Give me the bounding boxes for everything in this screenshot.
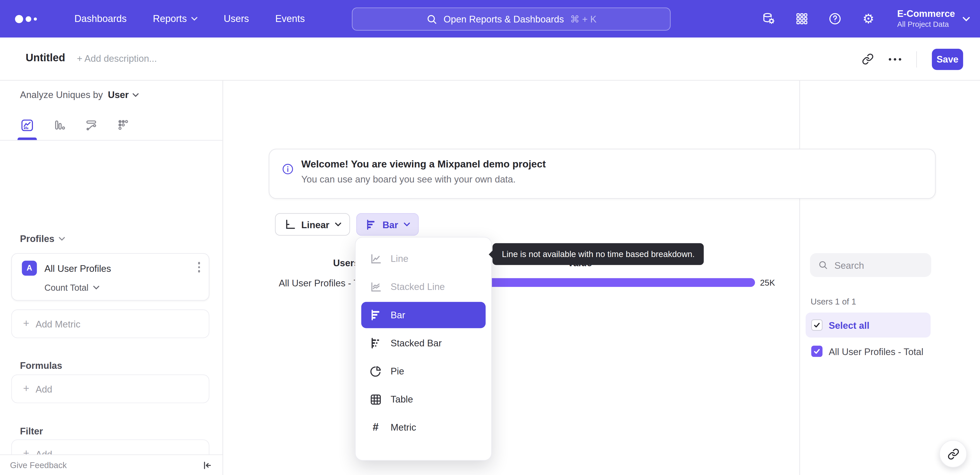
- chart-type-dropdown-button[interactable]: Bar: [356, 213, 419, 236]
- legend-panel: Search Users 1 of 1 Select all All User …: [799, 81, 980, 475]
- analyze-entity-value: User: [108, 89, 129, 100]
- give-feedback-link[interactable]: Give Feedback: [10, 461, 67, 470]
- chevron-down-icon: [59, 237, 65, 241]
- add-description-field[interactable]: + Add description...: [77, 53, 157, 64]
- menu-item-bar[interactable]: Bar: [361, 302, 486, 328]
- tab-insights[interactable]: [11, 110, 43, 140]
- legend-series-row[interactable]: All User Profiles - Total: [806, 340, 939, 362]
- series-checkbox[interactable]: [811, 346, 822, 357]
- collapse-sidebar-icon[interactable]: [202, 460, 213, 470]
- nav-reports[interactable]: Reports: [153, 13, 197, 24]
- nav-users[interactable]: Users: [224, 13, 249, 24]
- info-icon: [282, 163, 294, 175]
- nav-events[interactable]: Events: [275, 13, 305, 24]
- tab-funnels[interactable]: [43, 110, 75, 140]
- copy-link-icon[interactable]: [862, 53, 874, 65]
- stacked-bar-chart-icon: [369, 337, 382, 349]
- stacked-line-chart-icon: [369, 280, 382, 293]
- mixpanel-logo-icon: [15, 15, 37, 23]
- menu-item-pie[interactable]: Pie: [355, 357, 491, 385]
- analyze-row: Analyze Uniques by User: [20, 89, 138, 100]
- legend-count-label: Users 1 of 1: [811, 297, 856, 306]
- table-icon: [369, 393, 382, 405]
- filter-label-text: Filter: [20, 426, 43, 437]
- bars-chart-icon: [52, 118, 66, 132]
- tab-retention[interactable]: [107, 110, 139, 140]
- nav-reports-label: Reports: [153, 13, 187, 24]
- add-formula-button[interactable]: + Add: [11, 375, 209, 403]
- plus-icon: +: [23, 317, 29, 330]
- menu-item-label: Bar: [391, 309, 405, 320]
- apps-grid-icon[interactable]: [795, 12, 809, 26]
- retention-dots-icon: [116, 118, 130, 132]
- menu-item-label: Pie: [391, 366, 404, 376]
- settings-gear-icon[interactable]: ⚙: [862, 12, 875, 26]
- menu-item-line: Line: [355, 244, 491, 273]
- menu-item-table[interactable]: Table: [355, 385, 491, 413]
- insights-chart-icon: [20, 118, 34, 132]
- chevron-down-icon: [93, 285, 99, 289]
- add-formula-label: Add: [35, 383, 52, 394]
- data-management-icon[interactable]: [762, 12, 776, 26]
- search-icon: [426, 14, 437, 25]
- menu-item-stacked-bar[interactable]: Stacked Bar: [355, 329, 491, 357]
- scale-dropdown-button[interactable]: Linear: [275, 213, 350, 236]
- project-switcher[interactable]: E-Commerce All Project Data: [897, 8, 970, 29]
- report-type-tabs: [0, 110, 223, 141]
- tab-flows[interactable]: [75, 110, 107, 140]
- metric-card[interactable]: A All User Profiles Count Total: [11, 253, 209, 301]
- menu-item-stacked-line: Stacked Line: [355, 273, 491, 301]
- chart-type-label: Bar: [383, 219, 398, 230]
- analyze-label: Analyze Uniques by: [20, 89, 103, 100]
- demo-project-banner: Welcome! You are viewing a Mixpanel demo…: [269, 149, 935, 199]
- profiles-section-header[interactable]: Profiles: [20, 233, 65, 244]
- chart-bar-value: 25K: [760, 278, 775, 288]
- report-title[interactable]: Untitled: [25, 52, 65, 64]
- global-search[interactable]: Open Reports & Dashboards ⌘ + K: [352, 7, 671, 30]
- aggregation-dropdown[interactable]: Count Total: [45, 282, 99, 293]
- primary-nav: Dashboards Reports Users Events: [74, 13, 305, 24]
- legend-search-input[interactable]: Search: [810, 253, 931, 277]
- global-search-placeholder: Open Reports & Dashboards: [444, 14, 564, 24]
- pie-chart-icon: [369, 365, 382, 377]
- menu-item-metric[interactable]: # Metric: [355, 413, 491, 441]
- metric-name: All User Profiles: [45, 263, 111, 274]
- add-metric-label: Add Metric: [35, 319, 80, 329]
- report-title-bar: Untitled + Add description... Save: [0, 38, 980, 81]
- horizontal-bar-chart-icon: [365, 218, 377, 231]
- select-all-checkbox[interactable]: [811, 319, 822, 330]
- banner-subtitle: You can use any board you see with your …: [301, 174, 515, 185]
- help-icon[interactable]: [829, 12, 842, 26]
- title-bar-actions: Save: [862, 38, 963, 81]
- top-nav: Dashboards Reports Users Events Open Rep…: [0, 0, 980, 38]
- chevron-down-icon: [191, 17, 197, 21]
- menu-item-label: Metric: [391, 422, 416, 433]
- nav-dashboards[interactable]: Dashboards: [74, 13, 127, 24]
- share-link-fab[interactable]: [939, 440, 967, 468]
- analyze-entity-dropdown[interactable]: User: [108, 89, 139, 100]
- query-builder-sidebar: Analyze Uniques by User: [0, 81, 223, 475]
- mixpanel-insights-app: Dashboards Reports Users Events Open Rep…: [0, 0, 980, 475]
- metric-card-main: A All User Profiles: [22, 261, 111, 276]
- filter-section-label: Filter: [20, 426, 43, 437]
- line-chart-icon: [369, 252, 382, 265]
- hash-metric-icon: #: [369, 421, 382, 434]
- chevron-down-icon: [335, 223, 341, 226]
- menu-item-label: Stacked Line: [391, 281, 445, 292]
- horizontal-bar-chart-icon: [369, 309, 382, 321]
- series-label: All User Profiles - Total: [829, 346, 923, 357]
- metric-kebab-icon[interactable]: [198, 262, 200, 272]
- flows-icon: [84, 118, 98, 132]
- formulas-label-text: Formulas: [20, 360, 62, 371]
- aggregation-value: Count Total: [45, 282, 89, 293]
- check-icon: [813, 321, 821, 329]
- tooltip-text: Line is not available with no time based…: [502, 249, 695, 259]
- more-options-icon[interactable]: [889, 58, 901, 61]
- menu-item-label: Stacked Bar: [391, 338, 442, 348]
- chevron-down-icon: [963, 17, 970, 21]
- select-all-row[interactable]: Select all: [806, 312, 931, 338]
- plus-icon: +: [23, 383, 29, 395]
- save-button[interactable]: Save: [932, 48, 963, 70]
- formulas-section-label: Formulas: [20, 360, 62, 371]
- add-metric-button[interactable]: + Add Metric: [11, 309, 209, 338]
